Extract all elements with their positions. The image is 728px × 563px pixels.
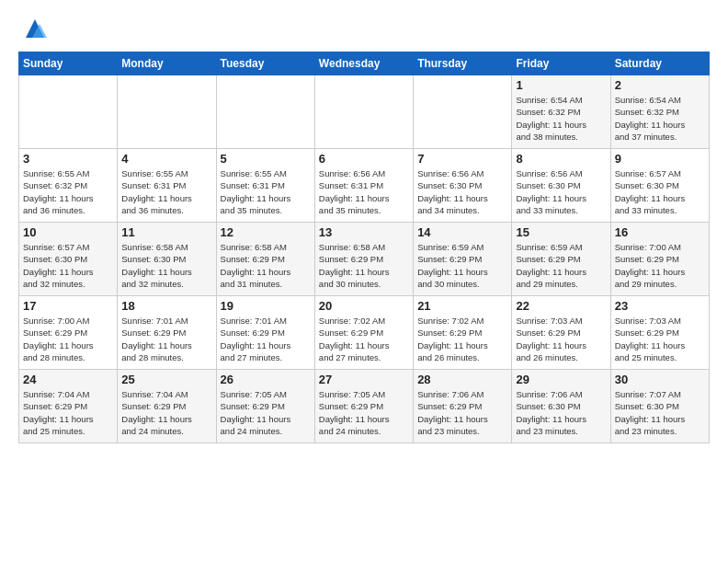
day-info: Sunrise: 6:56 AM Sunset: 6:31 PM Dayligh… xyxy=(319,167,409,216)
calendar-day-cell: 29Sunrise: 7:06 AM Sunset: 6:30 PM Dayli… xyxy=(512,370,610,443)
day-info: Sunrise: 6:58 AM Sunset: 6:29 PM Dayligh… xyxy=(319,241,409,290)
calendar-week-row: 10Sunrise: 6:57 AM Sunset: 6:30 PM Dayli… xyxy=(19,223,710,296)
calendar-day-cell: 24Sunrise: 7:04 AM Sunset: 6:29 PM Dayli… xyxy=(19,370,118,443)
day-number: 10 xyxy=(23,225,113,239)
day-number: 2 xyxy=(615,78,705,92)
header-row: SundayMondayTuesdayWednesdayThursdayFrid… xyxy=(19,52,710,75)
day-info: Sunrise: 6:58 AM Sunset: 6:29 PM Dayligh… xyxy=(221,241,311,290)
calendar-day-cell: 12Sunrise: 6:58 AM Sunset: 6:29 PM Dayli… xyxy=(216,223,314,296)
day-number: 11 xyxy=(121,225,211,239)
calendar-day-cell: 1Sunrise: 6:54 AM Sunset: 6:32 PM Daylig… xyxy=(512,75,610,149)
day-info: Sunrise: 6:58 AM Sunset: 6:30 PM Dayligh… xyxy=(121,241,211,290)
day-info: Sunrise: 7:05 AM Sunset: 6:29 PM Dayligh… xyxy=(221,388,311,437)
day-number: 18 xyxy=(121,299,211,313)
day-number: 30 xyxy=(615,373,705,386)
day-info: Sunrise: 7:02 AM Sunset: 6:29 PM Dayligh… xyxy=(417,315,507,363)
day-number: 12 xyxy=(221,225,311,239)
day-number: 19 xyxy=(221,299,311,313)
calendar-day-cell: 23Sunrise: 7:03 AM Sunset: 6:29 PM Dayli… xyxy=(610,296,709,370)
calendar-day-cell: 14Sunrise: 6:59 AM Sunset: 6:29 PM Dayli… xyxy=(414,223,512,296)
day-info: Sunrise: 6:57 AM Sunset: 6:30 PM Dayligh… xyxy=(23,241,113,290)
calendar-day-cell: 10Sunrise: 6:57 AM Sunset: 6:30 PM Dayli… xyxy=(19,223,118,296)
day-info: Sunrise: 7:01 AM Sunset: 6:29 PM Dayligh… xyxy=(221,315,311,363)
calendar-day-cell: 3Sunrise: 6:55 AM Sunset: 6:32 PM Daylig… xyxy=(19,149,118,223)
calendar-week-row: 17Sunrise: 7:00 AM Sunset: 6:29 PM Dayli… xyxy=(19,296,710,370)
calendar-day-cell: 28Sunrise: 7:06 AM Sunset: 6:29 PM Dayli… xyxy=(414,370,512,443)
calendar-day-cell: 22Sunrise: 7:03 AM Sunset: 6:29 PM Dayli… xyxy=(512,296,610,370)
day-info: Sunrise: 7:06 AM Sunset: 6:29 PM Dayligh… xyxy=(417,388,507,437)
logo xyxy=(18,15,49,42)
day-info: Sunrise: 6:56 AM Sunset: 6:30 PM Dayligh… xyxy=(417,167,507,216)
calendar-day-cell: 6Sunrise: 6:56 AM Sunset: 6:31 PM Daylig… xyxy=(314,149,413,223)
day-number: 5 xyxy=(221,152,311,166)
day-info: Sunrise: 7:04 AM Sunset: 6:29 PM Dayligh… xyxy=(121,388,211,437)
calendar-day-cell: 20Sunrise: 7:02 AM Sunset: 6:29 PM Dayli… xyxy=(314,296,413,370)
calendar-day-cell: 16Sunrise: 7:00 AM Sunset: 6:29 PM Dayli… xyxy=(610,223,709,296)
day-number: 7 xyxy=(417,152,507,166)
calendar-day-cell: 25Sunrise: 7:04 AM Sunset: 6:29 PM Dayli… xyxy=(118,370,216,443)
day-info: Sunrise: 7:00 AM Sunset: 6:29 PM Dayligh… xyxy=(615,241,705,290)
calendar-table: SundayMondayTuesdayWednesdayThursdayFrid… xyxy=(18,52,710,443)
day-number: 23 xyxy=(615,299,705,313)
day-info: Sunrise: 7:07 AM Sunset: 6:30 PM Dayligh… xyxy=(615,388,705,437)
weekday-header: Wednesday xyxy=(314,52,413,75)
day-info: Sunrise: 6:54 AM Sunset: 6:32 PM Dayligh… xyxy=(615,94,705,143)
day-info: Sunrise: 7:03 AM Sunset: 6:29 PM Dayligh… xyxy=(615,315,705,363)
calendar-day-cell: 17Sunrise: 7:00 AM Sunset: 6:29 PM Dayli… xyxy=(19,296,118,370)
day-info: Sunrise: 7:05 AM Sunset: 6:29 PM Dayligh… xyxy=(319,388,409,437)
day-number: 24 xyxy=(23,373,113,386)
day-number: 28 xyxy=(417,373,507,386)
day-number: 14 xyxy=(417,225,507,239)
day-info: Sunrise: 6:55 AM Sunset: 6:32 PM Dayligh… xyxy=(23,167,113,216)
calendar-week-row: 3Sunrise: 6:55 AM Sunset: 6:32 PM Daylig… xyxy=(19,149,710,223)
calendar-day-cell: 21Sunrise: 7:02 AM Sunset: 6:29 PM Dayli… xyxy=(414,296,512,370)
day-info: Sunrise: 6:55 AM Sunset: 6:31 PM Dayligh… xyxy=(121,167,211,216)
day-number: 13 xyxy=(319,225,409,239)
calendar-day-cell: 18Sunrise: 7:01 AM Sunset: 6:29 PM Dayli… xyxy=(118,296,216,370)
calendar-day-cell: 30Sunrise: 7:07 AM Sunset: 6:30 PM Dayli… xyxy=(610,370,709,443)
day-number: 3 xyxy=(23,152,113,166)
calendar-day-cell: 19Sunrise: 7:01 AM Sunset: 6:29 PM Dayli… xyxy=(216,296,314,370)
day-number: 17 xyxy=(23,299,113,313)
weekday-header: Tuesday xyxy=(216,52,314,75)
calendar-day-cell xyxy=(19,75,118,149)
day-number: 26 xyxy=(221,373,311,386)
day-number: 6 xyxy=(319,152,409,166)
calendar-day-cell xyxy=(314,75,413,149)
weekday-header: Sunday xyxy=(19,52,118,75)
day-info: Sunrise: 6:59 AM Sunset: 6:29 PM Dayligh… xyxy=(417,241,507,290)
day-info: Sunrise: 6:56 AM Sunset: 6:30 PM Dayligh… xyxy=(516,167,606,216)
logo-icon xyxy=(21,15,49,42)
calendar-day-cell: 7Sunrise: 6:56 AM Sunset: 6:30 PM Daylig… xyxy=(414,149,512,223)
day-number: 29 xyxy=(516,373,606,386)
calendar-day-cell: 8Sunrise: 6:56 AM Sunset: 6:30 PM Daylig… xyxy=(512,149,610,223)
day-number: 27 xyxy=(319,373,409,386)
day-info: Sunrise: 7:03 AM Sunset: 6:29 PM Dayligh… xyxy=(516,315,606,363)
day-number: 15 xyxy=(516,225,606,239)
day-number: 4 xyxy=(121,152,211,166)
calendar-page: SundayMondayTuesdayWednesdayThursdayFrid… xyxy=(0,0,728,563)
calendar-day-cell: 11Sunrise: 6:58 AM Sunset: 6:30 PM Dayli… xyxy=(118,223,216,296)
day-info: Sunrise: 7:06 AM Sunset: 6:30 PM Dayligh… xyxy=(516,388,606,437)
day-number: 22 xyxy=(516,299,606,313)
day-info: Sunrise: 7:00 AM Sunset: 6:29 PM Dayligh… xyxy=(23,315,113,363)
calendar-day-cell xyxy=(414,75,512,149)
calendar-day-cell: 5Sunrise: 6:55 AM Sunset: 6:31 PM Daylig… xyxy=(216,149,314,223)
calendar-week-row: 1Sunrise: 6:54 AM Sunset: 6:32 PM Daylig… xyxy=(19,75,710,149)
weekday-header: Friday xyxy=(512,52,610,75)
day-info: Sunrise: 7:02 AM Sunset: 6:29 PM Dayligh… xyxy=(319,315,409,363)
calendar-week-row: 24Sunrise: 7:04 AM Sunset: 6:29 PM Dayli… xyxy=(19,370,710,443)
calendar-day-cell: 2Sunrise: 6:54 AM Sunset: 6:32 PM Daylig… xyxy=(610,75,709,149)
weekday-header: Thursday xyxy=(414,52,512,75)
day-number: 1 xyxy=(516,78,606,92)
day-info: Sunrise: 6:55 AM Sunset: 6:31 PM Dayligh… xyxy=(221,167,311,216)
calendar-day-cell: 26Sunrise: 7:05 AM Sunset: 6:29 PM Dayli… xyxy=(216,370,314,443)
day-number: 8 xyxy=(516,152,606,166)
day-info: Sunrise: 7:01 AM Sunset: 6:29 PM Dayligh… xyxy=(121,315,211,363)
day-number: 20 xyxy=(319,299,409,313)
calendar-day-cell: 9Sunrise: 6:57 AM Sunset: 6:30 PM Daylig… xyxy=(610,149,709,223)
weekday-header: Monday xyxy=(118,52,216,75)
day-info: Sunrise: 6:57 AM Sunset: 6:30 PM Dayligh… xyxy=(615,167,705,216)
day-number: 25 xyxy=(121,373,211,386)
day-info: Sunrise: 6:54 AM Sunset: 6:32 PM Dayligh… xyxy=(516,94,606,143)
